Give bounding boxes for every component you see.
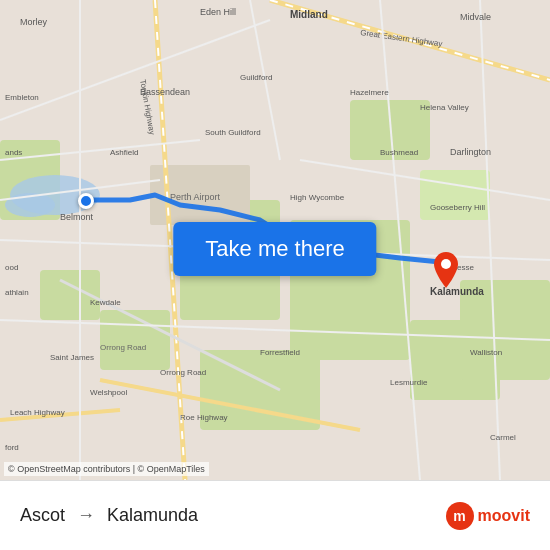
moovit-text: moovit (478, 507, 530, 525)
take-me-there-button[interactable]: Take me there (173, 222, 376, 276)
svg-text:Welshpool: Welshpool (90, 388, 127, 397)
svg-text:ford: ford (5, 443, 19, 452)
svg-text:Kewdale: Kewdale (90, 298, 121, 307)
svg-text:athlain: athlain (5, 288, 29, 297)
svg-text:Embleton: Embleton (5, 93, 39, 102)
svg-text:Walliston: Walliston (470, 348, 502, 357)
route-origin: Ascot (20, 505, 65, 526)
svg-text:Carmel: Carmel (490, 433, 516, 442)
route-info: Ascot → Kalamunda (20, 505, 198, 526)
moovit-circle-icon: m (446, 502, 474, 530)
svg-text:Ashfield: Ashfield (110, 148, 138, 157)
svg-text:Morley: Morley (20, 17, 48, 27)
svg-text:Darlington: Darlington (450, 147, 491, 157)
svg-text:Guildford: Guildford (240, 73, 272, 82)
svg-text:Helena Valley: Helena Valley (420, 103, 469, 112)
svg-text:Midland: Midland (290, 9, 328, 20)
svg-text:Roe Highway: Roe Highway (180, 413, 228, 422)
bottom-bar: Ascot → Kalamunda m moovit (0, 480, 550, 550)
origin-marker (78, 193, 94, 209)
svg-text:Bassendean: Bassendean (140, 87, 190, 97)
svg-text:Lesmurdie: Lesmurdie (390, 378, 428, 387)
map-container: Perth Airport Great Eastern Highway Tonk… (0, 0, 550, 480)
svg-text:Perth Airport: Perth Airport (170, 192, 221, 202)
svg-rect-8 (420, 170, 490, 220)
svg-text:Orrong Road: Orrong Road (100, 343, 146, 352)
svg-text:South Guildford: South Guildford (205, 128, 261, 137)
svg-text:High Wycombe: High Wycombe (290, 193, 345, 202)
svg-text:ands: ands (5, 148, 22, 157)
svg-text:Saint James: Saint James (50, 353, 94, 362)
svg-text:Midvale: Midvale (460, 12, 491, 22)
destination-marker (432, 252, 456, 284)
svg-text:Orrong Road: Orrong Road (160, 368, 206, 377)
svg-text:Leach Highway: Leach Highway (10, 408, 65, 417)
svg-text:Bushmead: Bushmead (380, 148, 418, 157)
arrow-icon: → (77, 505, 95, 526)
svg-text:Gooseberry Hill: Gooseberry Hill (430, 203, 485, 212)
svg-text:Forrestfield: Forrestfield (260, 348, 300, 357)
svg-text:ood: ood (5, 263, 18, 272)
svg-point-68 (441, 259, 451, 269)
moovit-logo: m moovit (446, 502, 530, 530)
svg-text:Eden Hill: Eden Hill (200, 7, 236, 17)
svg-text:Hazelmere: Hazelmere (350, 88, 389, 97)
svg-text:Belmont: Belmont (60, 212, 94, 222)
route-destination: Kalamunda (107, 505, 198, 526)
map-attribution: © OpenStreetMap contributors | © OpenMap… (4, 462, 209, 476)
